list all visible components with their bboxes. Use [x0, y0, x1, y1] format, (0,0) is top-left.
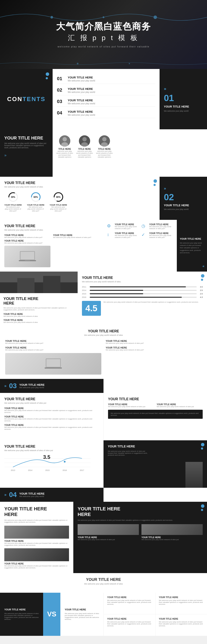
s4-num: 04 — [9, 491, 17, 499]
contents-desc-4: We welcome your play world — [68, 114, 95, 116]
s4-right-desc: We welcome your play world network of si… — [78, 519, 203, 521]
contents-item-4: 04 YOUR TITLE HERE We welcome your play … — [57, 108, 155, 118]
s3-item-3-desc: We welcome your play world network of si… — [4, 426, 99, 430]
icon-grid: ⚙ YOUR TITLE HERE We welcome your play w… — [104, 220, 177, 242]
slide-s4-band: » 04 YOUR TITLE HERE We welcome your pla… — [0, 488, 207, 502]
s4-photo-1-desc: We welcome your play world network of si… — [4, 542, 69, 546]
icon-1-desc: We welcome your play world network of si… — [115, 226, 139, 230]
s3-band-desc: We welcome your play world — [20, 386, 45, 388]
s3-person-box: We welcome your play world network of si… — [108, 410, 203, 419]
three-cols-title: YOUR TITLE HERE — [4, 224, 99, 228]
svg-marker-26 — [17, 278, 34, 293]
s3-right-2-desc: We welcome your play world network of si… — [157, 406, 203, 408]
stats-headline: YOUR TITLE HERE — [82, 276, 203, 280]
s3-item-3-title: YOUR TITLE HERE — [4, 424, 99, 426]
contents-list: 01 YOUR TITLE HERE We welcome your play … — [52, 69, 160, 129]
svg-rect-23 — [25, 260, 30, 261]
circle-80: 80% YOUR TITLE HERE We welcome your play… — [50, 192, 67, 212]
dark-panel-title: YOUR TITLE HERE — [180, 238, 204, 240]
s2-col-right: YOUR TITLE HERE We welcome your play wor… — [106, 340, 202, 374]
stats-left-title: YOUR TITLE HERE — [4, 296, 74, 301]
circle-60: 60% YOUR TITLE HERE We welcome your play… — [27, 192, 44, 212]
bar-2: 2014 2.5 — [82, 289, 203, 292]
svg-point-12 — [102, 137, 106, 142]
s2-num: 02 — [164, 192, 174, 202]
stats-sub-2-desc: We welcome your play world network of si… — [4, 321, 74, 323]
s4-rphoto-1-desc: We welcome your play world network of si… — [78, 538, 139, 540]
linechart-title: YOUR TITLE HERE — [4, 445, 99, 448]
section1-right-title: YOUR TITLE HERE — [4, 181, 155, 185]
vs-left-dark: YOUR TITLE HERE We welcome your play wor… — [0, 593, 43, 636]
dark-panel-desc: We welcome your play world network of si… — [180, 242, 204, 254]
stats-sub-1-desc: We welcome your play world network of si… — [4, 315, 74, 317]
svg-point-2 — [154, 16, 157, 19]
member-3-desc: welcome your play world network of sites… — [96, 150, 113, 158]
slide-charts: YOUR TITLE HERE We welcome your play wor… — [0, 177, 207, 220]
circle-80-sub: We welcome your play world network of si… — [50, 206, 67, 212]
icon-4-title: YOUR TITLE HERE — [149, 232, 173, 234]
contents-num-4: 04 — [57, 110, 65, 116]
s3-item-2-title: YOUR TITLE HERE — [4, 416, 99, 418]
final-item-1: YOUR TITLE HERE We welcome your play wor… — [104, 593, 156, 614]
s4-band: » 04 YOUR TITLE HERE We welcome your pla… — [0, 488, 104, 502]
two-col-left-sub: We welcome your play world network of si… — [4, 236, 50, 238]
icon-cell-4: ✓ YOUR TITLE HERE We welcome your play w… — [142, 232, 173, 238]
big-num: 4.5 — [86, 304, 98, 313]
section1-right-desc: We welcome your play world network of si… — [4, 186, 155, 188]
linechart-right: YOUR TITLE HERE We welcome your play wor… — [104, 440, 207, 488]
s3-content-desc: We welcome your play world network of si… — [4, 402, 99, 404]
s2-main-title: YOUR TITLE HERE — [5, 329, 202, 333]
check-icon: ✓ — [142, 232, 148, 237]
two-col-right-title: YOUR TITLE HERE — [53, 234, 99, 236]
vs-item-1-desc: We welcome your play world network of si… — [4, 612, 39, 620]
icon-cell-3: ↕ YOUR TITLE HERE We welcome your play w… — [107, 232, 139, 238]
s4-photos: YOUR TITLE HERE We welcome your play wor… — [4, 526, 69, 569]
s2-item-2-sub: We welcome your play world network of si… — [5, 349, 101, 351]
contents-num-2: 02 — [57, 87, 65, 93]
s2-item-3: YOUR TITLE HERE We welcome your play wor… — [106, 340, 202, 344]
panel-arrow: » — [164, 86, 166, 91]
s2-item-3-sub: We welcome your play world network of si… — [106, 342, 202, 344]
vs-item-2-title: YOUR TITLE HERE — [65, 608, 99, 611]
contents-item-3: 03 YOUR TITLE HERE We welcome your play … — [57, 97, 155, 107]
linechart-desc: We welcome your play world network of si… — [4, 450, 99, 452]
gear-icon: ⚙ — [107, 223, 113, 228]
two-col-mid-sub: We welcome your play world network of si… — [4, 242, 50, 244]
member-3-name: TITLE HERE — [96, 148, 113, 150]
team-left-desc: We welcome your play world network of si… — [4, 142, 48, 149]
svg-text:2014: 2014 — [28, 469, 32, 471]
svg-rect-25 — [0, 282, 78, 293]
s3-num: 03 — [9, 382, 17, 390]
final-grid: YOUR TITLE HERE We welcome your play wor… — [104, 593, 207, 636]
stats-left: YOUR TITLE HERE HERE We welcome your pla… — [0, 272, 78, 325]
s2-col-left: YOUR TITLE HERE We welcome your play wor… — [5, 340, 101, 374]
final-2-title: YOUR TITLE HERE — [159, 596, 204, 598]
final-item-4: YOUR TITLE HERE We welcome your play wor… — [156, 614, 207, 636]
s4-band-desc: We welcome your play world — [20, 495, 45, 498]
s2-item-2: YOUR TITLE HERE We welcome your play wor… — [5, 346, 101, 351]
s2-item-2-title: YOUR TITLE HERE — [5, 346, 101, 349]
contents-left-panel: CONTENTS — [0, 69, 52, 129]
panel-desc: We welcome your play world — [164, 110, 188, 112]
svg-point-9 — [82, 137, 87, 142]
member-2-name: TITLE HERE — [76, 148, 93, 150]
team-member-3: TITLE HERE welcome your play world netwo… — [96, 135, 113, 158]
s4-rphoto-2: YOUR TITLE HERE We welcome your play wor… — [142, 524, 203, 540]
s3-arrow: » — [4, 384, 6, 388]
s3-person-desc: We welcome your play world network of si… — [110, 412, 200, 416]
slide-hero: 大气简介黑白蓝色商务 汇 报 p p t 模 板 welcome play wo… — [0, 0, 207, 69]
svg-rect-29 — [46, 359, 60, 367]
slide-contents: CONTENTS 01 YOUR TITLE HERE We welcome y… — [0, 69, 207, 129]
icon-2-title: YOUR TITLE HERE — [149, 223, 173, 226]
team-left-panel: YOUR TITLE HERE We welcome your play wor… — [0, 129, 52, 177]
s4-photo-1: YOUR TITLE HERE We welcome your play wor… — [4, 526, 69, 546]
s4-photo-1-img — [4, 526, 69, 538]
svg-point-34 — [64, 461, 66, 462]
s4-right-title: YOUR TITLE HERE — [78, 506, 203, 512]
circle-30: 30% YOUR TITLE HERE We welcome your play… — [4, 192, 22, 212]
panel-num: 01 — [164, 93, 174, 103]
two-col-right-sub: We welcome your play world network of si… — [53, 236, 99, 238]
stats-right: YOUR TITLE HERE We welcome your play wor… — [78, 272, 207, 325]
svg-point-1 — [103, 16, 104, 18]
charts-left: YOUR TITLE HERE We welcome your play wor… — [0, 177, 160, 220]
